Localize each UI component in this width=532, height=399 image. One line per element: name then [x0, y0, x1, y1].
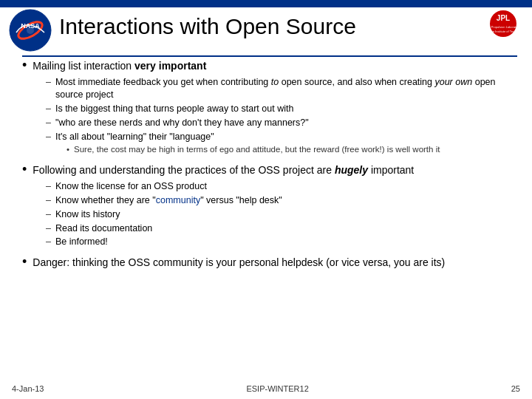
main-bullet-3: • Danger: thinking the OSS community is … [22, 256, 517, 270]
community-text: community [156, 195, 200, 205]
sub-text-1-2: Is the biggest thing that turns people a… [55, 103, 293, 115]
footer: 4-Jan-13 ESIP-WINTER12 25 [0, 384, 532, 393]
sub-bullet-1-2: – Is the biggest thing that turns people… [46, 103, 517, 115]
svg-text:California Institute of Techno: California Institute of Technology [482, 30, 523, 33]
sub-bullets-2: – Know the license for an OSS product – … [46, 180, 517, 248]
content-area: • Mailing list interaction very importan… [22, 59, 517, 369]
bullet-mark: • [66, 144, 69, 156]
slide-title: Interactions with Open Source [59, 13, 436, 40]
bullet-text-3: Danger: thinking the OSS community is yo… [33, 256, 445, 269]
footer-event: ESIP-WINTER12 [246, 384, 308, 393]
bullet-section-3: • Danger: thinking the OSS community is … [22, 256, 517, 270]
dash: – [46, 103, 51, 115]
dash: – [46, 117, 51, 129]
dash: – [46, 194, 51, 207]
bullet-dot-3: • [22, 254, 27, 270]
sub-bullet-1-1: – Most immediate feedback you get when c… [46, 76, 517, 101]
sub-sub-bullet-1-1: • Sure, the cost may be high in terms of… [66, 144, 517, 156]
title-text: Interactions with Open Source [59, 14, 356, 38]
sub-bullets-1: – Most immediate feedback you get when c… [46, 76, 517, 156]
sub-text-1-3: "who are these nerds and why don't they … [55, 117, 309, 129]
sub-text-2-3: Know its history [55, 208, 120, 221]
sub-bullet-2-5: – Be informed! [46, 236, 517, 248]
footer-page: 25 [511, 384, 520, 393]
sub-bullet-2-4: – Read its documentation [46, 222, 517, 235]
sub-text-2-4: Read its documentation [55, 222, 152, 235]
svg-text:Jet Propulsion Laboratory: Jet Propulsion Laboratory [486, 25, 520, 29]
dash: – [46, 222, 51, 235]
sub-bullet-2-1: – Know the license for an OSS product [46, 180, 517, 193]
sub-text-2-2: Know whether they are "community" versus… [55, 194, 282, 207]
sub-bullet-2-3: – Know its history [46, 208, 517, 221]
dash: – [46, 208, 51, 221]
main-bullet-1: • Mailing list interaction very importan… [22, 59, 517, 73]
sub-bullet-1-3: – "who are these nerds and why don't the… [46, 117, 517, 129]
bullet-dot-1: • [22, 58, 27, 73]
footer-date: 4-Jan-13 [12, 384, 44, 393]
bullet-text-1: Mailing list interaction very important [33, 59, 206, 72]
slide: NASA JPL Jet Propulsion Laboratory Calif… [0, 0, 532, 399]
dash: – [46, 236, 51, 248]
sub-bullet-2-2: – Know whether they are "community" vers… [46, 194, 517, 207]
sub-sub-text-1-1: Sure, the cost may be high in terms of e… [74, 144, 440, 156]
main-bullet-2: • Following and understanding the practi… [22, 163, 517, 177]
svg-point-3 [27, 27, 34, 34]
dash: – [46, 131, 51, 143]
bullet-dot-2: • [22, 162, 27, 177]
sub-text-2-1: Know the license for an OSS product [55, 180, 207, 193]
svg-text:JPL: JPL [497, 14, 510, 22]
header-bar [0, 0, 532, 7]
bullet-section-2: • Following and understanding the practi… [22, 163, 517, 248]
dash: – [46, 76, 51, 89]
bullet-text-2: Following and understanding the practice… [33, 163, 414, 177]
nasa-logo: NASA [9, 9, 52, 52]
sub-text-1-4: It's all about "learning" their "languag… [55, 131, 214, 143]
sub-bullet-1-4: – It's all about "learning" their "langu… [46, 131, 517, 143]
bullet-section-1: • Mailing list interaction very importan… [22, 59, 517, 156]
title-divider [22, 55, 517, 57]
sub-text-1-1: Most immediate feedback you get when con… [55, 76, 517, 101]
sub-sub-bullets-1: • Sure, the cost may be high in terms of… [66, 144, 517, 156]
jpl-logo: JPL Jet Propulsion Laboratory California… [446, 7, 523, 46]
sub-text-2-5: Be informed! [55, 236, 108, 248]
dash: – [46, 180, 51, 193]
